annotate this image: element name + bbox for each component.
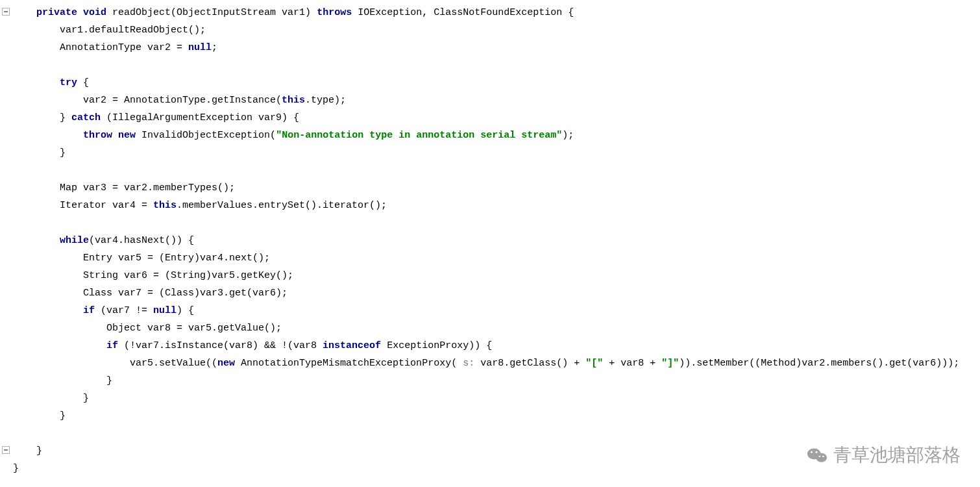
keyword-token: null bbox=[188, 42, 212, 53]
code-content[interactable]: private void readObject(ObjectInputStrea… bbox=[13, 4, 959, 477]
code-line[interactable]: } bbox=[13, 144, 959, 162]
code-token bbox=[13, 340, 106, 351]
code-line[interactable]: String var6 = (String)var5.getKey(); bbox=[13, 267, 959, 284]
code-token: var1.defaultReadObject(); bbox=[13, 25, 206, 36]
code-line[interactable]: } bbox=[13, 460, 959, 477]
code-token bbox=[13, 130, 83, 141]
code-token bbox=[13, 235, 60, 246]
code-token bbox=[112, 130, 118, 141]
code-token: AnnotationType var2 = bbox=[13, 42, 188, 53]
keyword-token: throw bbox=[83, 130, 112, 141]
keyword-token: null bbox=[153, 305, 177, 316]
code-line[interactable] bbox=[13, 425, 959, 442]
code-token: IOException, ClassNotFoundException { bbox=[352, 7, 574, 18]
code-token bbox=[13, 77, 60, 88]
code-token: Entry var5 = (Entry)var4.next(); bbox=[13, 253, 270, 264]
code-token: } bbox=[13, 147, 66, 158]
code-token: ) { bbox=[177, 305, 194, 316]
code-token: )).setMember((Method)var2.members().get(… bbox=[679, 358, 959, 369]
code-line[interactable]: if (!var7.isInstance(var8) && !(var8 ins… bbox=[13, 337, 959, 355]
string-token: "[" bbox=[585, 358, 603, 369]
code-token: ; bbox=[212, 42, 217, 53]
code-line[interactable]: Object var8 = var5.getValue(); bbox=[13, 319, 959, 337]
code-token: } bbox=[13, 112, 71, 123]
keyword-token: this bbox=[153, 200, 177, 211]
code-token: readObject(ObjectInputStream var1) bbox=[106, 7, 317, 18]
code-token: Map var3 = var2.memberTypes(); bbox=[13, 182, 235, 194]
keyword-token: new bbox=[217, 358, 235, 369]
code-token: } bbox=[13, 445, 42, 456]
code-token bbox=[77, 7, 83, 18]
code-line[interactable]: var2 = AnnotationType.getInstance(this.t… bbox=[13, 92, 959, 109]
code-token: Iterator var4 = bbox=[13, 200, 153, 211]
keyword-token: if bbox=[106, 340, 118, 351]
keyword-token: this bbox=[282, 95, 305, 106]
code-line[interactable]: Entry var5 = (Entry)var4.next(); bbox=[13, 249, 959, 267]
code-line[interactable]: private void readObject(ObjectInputStrea… bbox=[13, 4, 959, 21]
keyword-token: private bbox=[36, 7, 77, 18]
code-token bbox=[13, 305, 83, 316]
code-editor: private void readObject(ObjectInputStrea… bbox=[0, 0, 980, 56]
code-line[interactable]: Class var7 = (Class)var3.get(var6); bbox=[13, 284, 959, 302]
code-token: } bbox=[13, 463, 19, 474]
code-token: (var7 != bbox=[95, 305, 153, 316]
code-token: var5.setValue(( bbox=[13, 358, 217, 369]
code-line[interactable]: } catch (IllegalArgumentException var9) … bbox=[13, 109, 959, 127]
code-token: InvalidObjectException( bbox=[136, 130, 276, 141]
code-token: } bbox=[13, 393, 89, 404]
code-line[interactable] bbox=[13, 214, 959, 232]
code-token: ExceptionProxy)) { bbox=[381, 340, 492, 351]
code-token: String var6 = (String)var5.getKey(); bbox=[13, 270, 293, 281]
keyword-token: void bbox=[83, 7, 106, 18]
code-line[interactable]: if (var7 != null) { bbox=[13, 302, 959, 319]
code-token bbox=[13, 7, 36, 18]
code-token: } bbox=[13, 375, 112, 386]
code-token: (!var7.isInstance(var8) && !(var8 bbox=[118, 340, 323, 351]
code-token: var8.getClass() + bbox=[474, 358, 585, 369]
code-line[interactable]: try { bbox=[13, 74, 959, 92]
fold-marker-icon[interactable] bbox=[2, 446, 10, 454]
code-token: } bbox=[13, 410, 66, 421]
code-token: .type); bbox=[305, 95, 346, 106]
code-line[interactable]: while(var4.hasNext()) { bbox=[13, 232, 959, 249]
code-token: .memberValues.entrySet().iterator(); bbox=[177, 200, 387, 211]
fold-marker-icon[interactable] bbox=[2, 8, 10, 16]
code-token: var2 = AnnotationType.getInstance( bbox=[13, 95, 282, 106]
code-token: Class var7 = (Class)var3.get(var6); bbox=[13, 288, 288, 299]
code-token: (IllegalArgumentException var9) { bbox=[101, 112, 299, 123]
param-hint-token: s: bbox=[463, 358, 474, 369]
keyword-token: try bbox=[60, 77, 77, 88]
code-line[interactable]: } bbox=[13, 442, 959, 460]
code-token: Object var8 = var5.getValue(); bbox=[13, 323, 282, 334]
keyword-token: if bbox=[83, 305, 95, 316]
string-token: "]" bbox=[661, 358, 679, 369]
string-token: "Non-annotation type in annotation seria… bbox=[276, 130, 562, 141]
keyword-token: throws bbox=[317, 7, 352, 18]
code-line[interactable]: Map var3 = var2.memberTypes(); bbox=[13, 179, 959, 197]
code-line[interactable]: var5.setValue((new AnnotationTypeMismatc… bbox=[13, 355, 959, 372]
keyword-token: instanceof bbox=[323, 340, 381, 351]
code-token: ); bbox=[562, 130, 574, 141]
code-token: + var8 + bbox=[603, 358, 661, 369]
editor-gutter bbox=[0, 0, 12, 487]
code-line[interactable] bbox=[13, 162, 959, 179]
keyword-token: while bbox=[60, 235, 89, 246]
code-token: { bbox=[77, 77, 89, 88]
code-line[interactable] bbox=[13, 56, 959, 74]
keyword-token: new bbox=[118, 130, 136, 141]
code-token: (var4.hasNext()) { bbox=[89, 235, 194, 246]
code-line[interactable]: var1.defaultReadObject(); bbox=[13, 21, 959, 39]
code-line[interactable]: } bbox=[13, 390, 959, 407]
code-line[interactable]: Iterator var4 = this.memberValues.entryS… bbox=[13, 197, 959, 214]
code-line[interactable]: AnnotationType var2 = null; bbox=[13, 39, 959, 56]
code-line[interactable]: } bbox=[13, 407, 959, 425]
code-line[interactable]: } bbox=[13, 372, 959, 390]
code-token: AnnotationTypeMismatchExceptionProxy( bbox=[235, 358, 463, 369]
keyword-token: catch bbox=[71, 112, 101, 123]
code-line[interactable]: throw new InvalidObjectException("Non-an… bbox=[13, 127, 959, 144]
